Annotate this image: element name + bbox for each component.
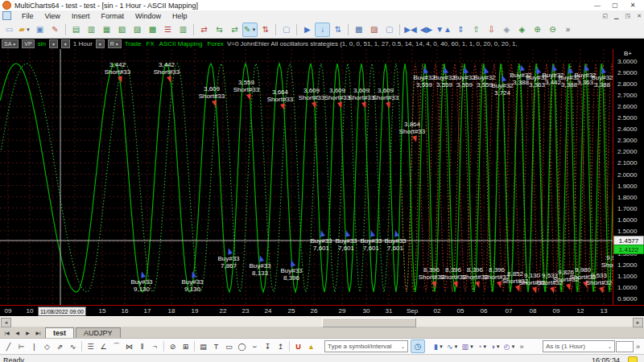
polyline-icon[interactable]: ∿ (67, 340, 79, 352)
horizontal-scrollbar[interactable]: ◂ ▸ (0, 316, 644, 327)
toolbar-overflow-icon[interactable]: » (560, 23, 576, 37)
menu-file[interactable]: File (16, 12, 39, 20)
portfolio-trader-icon[interactable]: ▥ (175, 23, 191, 37)
tab-test[interactable]: test (45, 327, 74, 338)
mdi-minimize-icon[interactable]: ▁ (614, 13, 618, 19)
data-window-icon[interactable]: ▢ (279, 23, 294, 37)
trendline-icon[interactable]: ╱ (2, 340, 14, 352)
market-depth-button[interactable]: ◑▼ (489, 340, 502, 352)
quick-edit-box[interactable] (616, 341, 634, 352)
step-back-icon[interactable]: ▶◀ (402, 23, 418, 37)
format-study-icon[interactable]: ▧ (114, 23, 130, 37)
alerts-icon[interactable]: ▢ (382, 23, 397, 37)
time-axis[interactable]: 11/08/2022 09:00 09101516171819222324252… (0, 305, 644, 316)
resolution-select[interactable]: As is (1 Hour) ⌄ (543, 340, 615, 352)
insert-study-icon[interactable]: ▥ (84, 23, 99, 37)
tab-audjpy[interactable]: AUDJPY (76, 327, 121, 338)
tab-nav-button-1[interactable]: ◀ (12, 328, 23, 337)
volume-profile-button[interactable]: VP (22, 39, 34, 48)
insert-strategy-button[interactable]: ▥▼ (460, 340, 475, 352)
crossline-icon[interactable]: ⊘ (167, 340, 179, 352)
watchlist-button[interactable]: ◔▼ (476, 340, 489, 352)
compress-scale-icon[interactable]: ▼▲ (434, 23, 453, 37)
gann-fan-icon[interactable]: ¬ (149, 340, 161, 352)
time-sales-button[interactable]: ◴▼ (502, 340, 518, 352)
vertical-scale-icon[interactable]: ⇅ (330, 23, 345, 37)
chart-area[interactable]: 3,442Short#333,442Short#333,609Short#333… (0, 49, 644, 305)
shift-left-icon[interactable]: ◈ (499, 23, 514, 37)
scroll-left-button[interactable]: ◂ (1, 318, 11, 327)
strategy-orders-icon[interactable]: ⇄ (227, 23, 242, 37)
format-symbol-icon[interactable]: ▦ (99, 23, 114, 37)
expand-scale-icon[interactable]: ⇕ (453, 23, 469, 37)
maximize-button[interactable]: ▢ (606, 1, 624, 10)
auto-trading-icon[interactable]: ⇄ (196, 23, 212, 37)
menu-format[interactable]: Format (95, 12, 130, 20)
scroll-right-button[interactable]: ▸ (633, 318, 643, 327)
drawbar-overflow-icon[interactable]: » (518, 343, 525, 351)
tab-nav-button-0[interactable]: |◀ (2, 328, 12, 337)
chart-window-icon[interactable] (2, 11, 11, 20)
arrow-down-marker-icon[interactable]: ↧ (262, 340, 274, 352)
snap-icon[interactable]: ▲ (305, 340, 317, 352)
cycle-lines-icon[interactable]: ‖ (136, 340, 148, 352)
minimize-button[interactable]: — (588, 1, 606, 10)
arc-icon[interactable]: ⌒ (110, 340, 122, 352)
clock-button[interactable]: ◷ (411, 339, 425, 353)
order-entry-icon[interactable]: ⇅ (258, 23, 273, 37)
parallel-lines-icon[interactable]: ◇ (41, 340, 53, 352)
zoom-out-icon[interactable]: ⊖ (545, 23, 560, 37)
menu-help[interactable]: Help (167, 12, 193, 20)
mdi-close-icon[interactable]: ✕ (637, 13, 642, 19)
shift-right-icon[interactable]: ◈ (514, 23, 530, 37)
ellipse-tool-icon[interactable]: ◯ (236, 340, 248, 352)
mdi-restore-down-icon[interactable]: ◱ (602, 13, 608, 19)
resolution-button[interactable]: R▼ (108, 39, 122, 48)
insert-line-study-button[interactable]: ∿▼ (445, 340, 460, 352)
scaling-mode-button[interactable]: SA▼ (2, 39, 19, 48)
magnet-icon[interactable]: U (292, 340, 304, 352)
step-forward-icon[interactable]: ◀▶ (419, 23, 434, 37)
curve-tool-icon[interactable]: ⌣ (249, 340, 261, 352)
tab-nav-button-2[interactable]: ▶ (23, 328, 33, 337)
price-axis[interactable]: B+ 3.00002.90002.80002.70002.60002.50002… (613, 49, 644, 305)
tab-nav-button-3[interactable]: ▶| (33, 328, 43, 337)
symbol-interval-combo[interactable]: Type a symbol/interval ⌄ (324, 340, 408, 352)
format-strategy-icon[interactable]: ▨ (130, 23, 145, 37)
close-button[interactable]: ✕ (624, 1, 642, 10)
send-chart-icon[interactable]: ▨ (366, 23, 382, 37)
snapshot-icon[interactable]: ▩ (351, 23, 366, 37)
arrow-up-marker-icon[interactable]: ↥ (275, 340, 287, 352)
drawbar-overflow2-icon[interactable]: » (634, 343, 642, 351)
symbol-dropdown[interactable]: ▼ (49, 39, 58, 48)
order-marker[interactable]: B+ (624, 50, 632, 57)
trend-angle-icon[interactable]: ∠ (97, 340, 109, 352)
rectangle-tool-icon[interactable]: ▭ (223, 340, 235, 352)
open-workspace-icon[interactable]: ▰▼ (17, 23, 32, 37)
vertical-line-icon[interactable]: ❘ (28, 340, 40, 352)
scrollbar-thumb[interactable] (322, 318, 416, 327)
insert-indicator-button[interactable]: ▮▼ (432, 340, 445, 352)
interval-dropdown[interactable]: ▼ (96, 39, 105, 48)
pitchfork-icon[interactable]: ⋈ (123, 340, 135, 352)
save-workspace-icon[interactable]: ▣ (32, 23, 47, 37)
chart-trading-icon[interactable]: ⇆ (212, 23, 227, 37)
note-icon[interactable]: ▤ (197, 340, 209, 352)
format-window-icon[interactable]: ▩ (145, 23, 160, 37)
arrow-line-icon[interactable]: ⇗ (54, 340, 66, 352)
decrease-spacing-icon[interactable]: ⇩ (484, 23, 499, 37)
fib-retracement-icon[interactable]: ☰ (85, 340, 97, 352)
mdi-restore-icon[interactable]: ◳ (625, 13, 631, 19)
menu-view[interactable]: View (39, 12, 66, 20)
drawing-select-icon[interactable]: ✎▼ (242, 23, 258, 37)
zoom-in-icon[interactable]: ⊕ (530, 23, 545, 37)
text-tool-icon[interactable]: T (210, 340, 222, 352)
pointer-mode-icon[interactable]: ▶ (299, 23, 315, 37)
increase-spacing-icon[interactable]: ⇧ (469, 23, 484, 37)
grid-icon[interactable]: ⊞ (180, 340, 192, 352)
quote-manager-icon[interactable]: ☰ (160, 23, 175, 37)
symbol-name[interactable]: sin (38, 40, 46, 47)
series-dropdown[interactable]: ▼ (61, 39, 70, 48)
scroll-chart-icon[interactable]: ↓ (315, 23, 330, 37)
new-message-icon[interactable]: ▭ (2, 23, 17, 37)
